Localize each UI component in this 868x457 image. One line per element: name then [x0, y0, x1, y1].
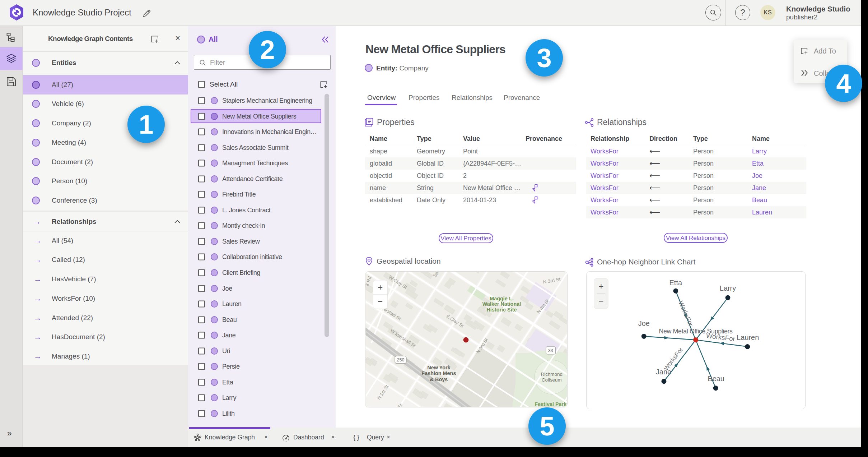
svg-text:+: +: [598, 281, 603, 291]
svg-text:Coliseum: Coliseum: [542, 377, 562, 383]
svg-text:250: 250: [397, 357, 405, 363]
svg-text:Richmond: Richmond: [541, 371, 563, 377]
svg-text:+: +: [378, 282, 383, 292]
svg-text:Walker National: Walker National: [482, 301, 521, 307]
svg-text:Historic Site: Historic Site: [486, 307, 517, 313]
svg-text:−: −: [378, 296, 383, 306]
svg-text:Etta: Etta: [669, 279, 682, 287]
svg-text:Festival Park: Festival Park: [535, 401, 567, 407]
svg-text:33: 33: [548, 348, 553, 353]
svg-text:Larry: Larry: [720, 284, 736, 292]
svg-text:−: −: [598, 297, 603, 306]
svg-text:New York: New York: [427, 365, 451, 370]
svg-text:& Boys: & Boys: [430, 377, 448, 382]
svg-text:Maggie L.: Maggie L.: [490, 296, 513, 301]
svg-text:Joe: Joe: [638, 319, 650, 327]
svg-text:Jane: Jane: [656, 368, 671, 376]
svg-text:Fashion Mens: Fashion Mens: [421, 370, 456, 376]
svg-text:Beau: Beau: [708, 375, 724, 383]
svg-text:Lauren: Lauren: [737, 333, 759, 341]
svg-text:New Metal Office Suppliers: New Metal Office Suppliers: [659, 328, 733, 335]
